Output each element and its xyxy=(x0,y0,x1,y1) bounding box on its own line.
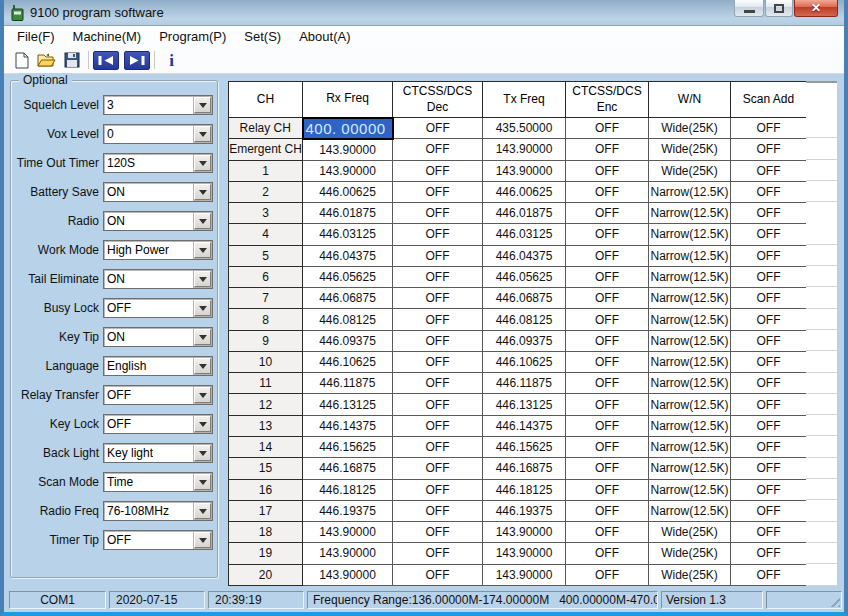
tx-freq-cell[interactable]: 446.10625 xyxy=(483,351,566,372)
wn-cell[interactable]: Narrow(12.5K) xyxy=(649,181,731,202)
ctcss-enc-cell[interactable]: OFF xyxy=(566,394,649,415)
scan-add-cell[interactable]: OFF xyxy=(731,415,807,436)
tx-freq-cell[interactable]: 446.08125 xyxy=(483,309,566,330)
dropdown-select[interactable]: Time xyxy=(103,472,213,492)
scan-add-cell[interactable]: OFF xyxy=(731,479,807,500)
tx-freq-cell[interactable]: 446.11875 xyxy=(483,373,566,394)
dropdown-select[interactable]: Key light xyxy=(103,443,213,463)
wn-cell[interactable]: Wide(25K) xyxy=(649,160,731,181)
tx-freq-cell[interactable]: 435.50000 xyxy=(483,118,566,139)
tx-freq-cell[interactable]: 446.01875 xyxy=(483,203,566,224)
ctcss-enc-cell[interactable]: OFF xyxy=(566,309,649,330)
ctcss-enc-cell[interactable]: OFF xyxy=(566,479,649,500)
tx-freq-cell[interactable]: 446.03125 xyxy=(483,224,566,245)
channel-cell[interactable]: 20 xyxy=(229,564,303,585)
scan-add-cell[interactable]: OFF xyxy=(731,309,807,330)
scan-add-cell[interactable]: OFF xyxy=(731,351,807,372)
dropdown-select[interactable]: OFF xyxy=(103,385,213,405)
dropdown-button[interactable] xyxy=(194,503,211,519)
tx-freq-cell[interactable]: 143.90000 xyxy=(483,160,566,181)
tx-freq-cell[interactable]: 143.90000 xyxy=(483,564,566,585)
wn-cell[interactable]: Narrow(12.5K) xyxy=(649,309,731,330)
maximize-button[interactable] xyxy=(765,0,793,17)
rx-freq-cell[interactable]: 446.14375 xyxy=(303,415,393,436)
scan-add-cell[interactable]: OFF xyxy=(731,118,807,139)
dropdown-select[interactable]: OFF xyxy=(103,298,213,318)
ctcss-dec-cell[interactable]: OFF xyxy=(393,288,483,309)
wn-cell[interactable]: Wide(25K) xyxy=(649,522,731,543)
scan-add-cell[interactable]: OFF xyxy=(731,288,807,309)
channel-cell[interactable]: 9 xyxy=(229,330,303,351)
ctcss-dec-cell[interactable]: OFF xyxy=(393,266,483,287)
scan-add-cell[interactable]: OFF xyxy=(731,330,807,351)
minimize-button[interactable] xyxy=(734,0,764,17)
tx-freq-cell[interactable]: 143.90000 xyxy=(483,139,566,160)
rx-freq-cell[interactable]: 446.08125 xyxy=(303,309,393,330)
rx-freq-cell[interactable]: 446.18125 xyxy=(303,479,393,500)
dropdown-select[interactable]: ON xyxy=(103,211,213,231)
rx-freq-cell[interactable]: 446.00625 xyxy=(303,181,393,202)
ctcss-dec-cell[interactable]: OFF xyxy=(393,394,483,415)
rx-freq-cell[interactable]: 143.90000 xyxy=(303,564,393,585)
channel-cell[interactable]: 12 xyxy=(229,394,303,415)
tx-freq-cell[interactable]: 446.14375 xyxy=(483,415,566,436)
scan-add-cell[interactable]: OFF xyxy=(731,500,807,521)
tx-freq-cell[interactable]: 446.06875 xyxy=(483,288,566,309)
channel-cell[interactable]: 7 xyxy=(229,288,303,309)
ctcss-dec-cell[interactable]: OFF xyxy=(393,118,483,139)
tx-freq-cell[interactable]: 446.18125 xyxy=(483,479,566,500)
wn-cell[interactable]: Narrow(12.5K) xyxy=(649,351,731,372)
open-file-button[interactable] xyxy=(34,49,59,72)
ctcss-dec-cell[interactable]: OFF xyxy=(393,479,483,500)
dropdown-select[interactable]: English xyxy=(103,356,213,376)
dropdown-button[interactable] xyxy=(194,445,211,461)
dropdown-button[interactable] xyxy=(194,416,211,432)
scan-add-cell[interactable]: OFF xyxy=(731,564,807,585)
channel-cell[interactable]: 18 xyxy=(229,522,303,543)
scan-add-cell[interactable]: OFF xyxy=(731,436,807,457)
ctcss-enc-cell[interactable]: OFF xyxy=(566,224,649,245)
tx-freq-cell[interactable]: 446.15625 xyxy=(483,436,566,457)
ctcss-enc-cell[interactable]: OFF xyxy=(566,436,649,457)
channel-cell[interactable]: 16 xyxy=(229,479,303,500)
dropdown-button[interactable] xyxy=(194,155,211,171)
tx-freq-cell[interactable]: 446.05625 xyxy=(483,266,566,287)
tx-freq-cell[interactable]: 446.19375 xyxy=(483,500,566,521)
scan-add-cell[interactable]: OFF xyxy=(731,139,807,160)
ctcss-enc-cell[interactable]: OFF xyxy=(566,266,649,287)
dropdown-button[interactable] xyxy=(194,184,211,200)
save-file-button[interactable] xyxy=(59,49,84,72)
close-button[interactable]: ✕ xyxy=(794,0,838,17)
dropdown-select[interactable]: 120S xyxy=(103,153,213,173)
ctcss-dec-cell[interactable]: OFF xyxy=(393,458,483,479)
channel-cell[interactable]: 13 xyxy=(229,415,303,436)
wn-cell[interactable]: Narrow(12.5K) xyxy=(649,415,731,436)
ctcss-enc-cell[interactable]: OFF xyxy=(566,118,649,139)
menu-item[interactable]: About(A) xyxy=(290,26,359,47)
dropdown-select[interactable]: ON xyxy=(103,269,213,289)
ctcss-dec-cell[interactable]: OFF xyxy=(393,224,483,245)
menu-item[interactable]: Program(P) xyxy=(150,26,235,47)
ctcss-dec-cell[interactable]: OFF xyxy=(393,309,483,330)
ctcss-dec-cell[interactable]: OFF xyxy=(393,543,483,564)
wn-cell[interactable]: Narrow(12.5K) xyxy=(649,458,731,479)
rx-freq-cell[interactable]: 143.90000 xyxy=(303,543,393,564)
wn-cell[interactable]: Wide(25K) xyxy=(649,139,731,160)
wn-cell[interactable]: Narrow(12.5K) xyxy=(649,245,731,266)
resize-grip-icon[interactable] xyxy=(827,594,840,607)
dropdown-select[interactable]: ON xyxy=(103,327,213,347)
dropdown-select[interactable]: High Power xyxy=(103,240,213,260)
tx-freq-cell[interactable]: 143.90000 xyxy=(483,543,566,564)
rx-freq-cell[interactable]: 446.03125 xyxy=(303,224,393,245)
wn-cell[interactable]: Narrow(12.5K) xyxy=(649,394,731,415)
ctcss-enc-cell[interactable]: OFF xyxy=(566,373,649,394)
ctcss-dec-cell[interactable]: OFF xyxy=(393,203,483,224)
ctcss-dec-cell[interactable]: OFF xyxy=(393,181,483,202)
ctcss-dec-cell[interactable]: OFF xyxy=(393,415,483,436)
ctcss-dec-cell[interactable]: OFF xyxy=(393,522,483,543)
channel-cell[interactable]: 14 xyxy=(229,436,303,457)
dropdown-button[interactable] xyxy=(194,358,211,374)
rx-freq-cell[interactable]: 446.13125 xyxy=(303,394,393,415)
ctcss-enc-cell[interactable]: OFF xyxy=(566,330,649,351)
channel-cell[interactable]: 11 xyxy=(229,373,303,394)
